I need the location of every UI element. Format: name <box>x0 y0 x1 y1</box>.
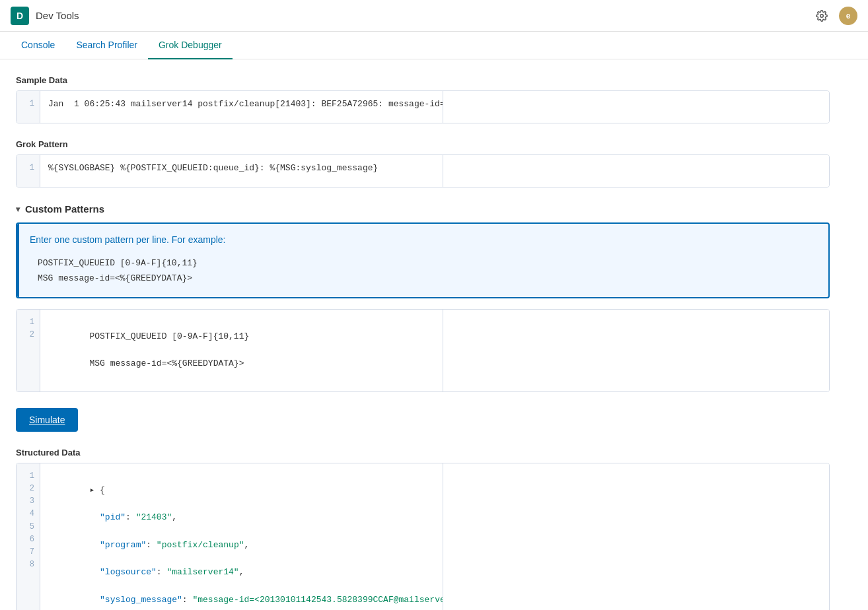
custom-patterns-header[interactable]: ▾ Custom Patterns <box>16 203 830 215</box>
grok-pattern-line-numbers: 1 <box>17 155 40 187</box>
settings-icon[interactable] <box>813 7 831 25</box>
grok-pattern-content[interactable]: %{SYSLOGBASE} %{POSTFIX_QUEUEID:queue_id… <box>40 155 443 187</box>
svg-point-0 <box>820 14 824 17</box>
custom-patterns-section: ▾ Custom Patterns Enter one custom patte… <box>16 203 830 392</box>
structured-data-content: ▸ { "pid": "21403", "program": "postfix/… <box>40 463 443 610</box>
structured-data-section: Structured Data 1 2 3 4 5 6 7 8 ▸ { "pid… <box>16 448 830 610</box>
json-program-key: "program" <box>89 540 146 550</box>
sample-data-editor[interactable]: 1 Jan 1 06:25:43 mailserver14 postfix/cl… <box>16 90 830 123</box>
sample-data-right-panel <box>443 91 830 123</box>
custom-patterns-editor[interactable]: 1 2 POSTFIX_QUEUEID [0-9A-F]{10,11} MSG … <box>16 309 830 392</box>
user-avatar[interactable]: e <box>839 7 857 25</box>
custom-patterns-example-box: Enter one custom pattern per line. For e… <box>16 222 830 298</box>
structured-data-right-panel <box>443 463 830 610</box>
json-pid-value: "21403" <box>136 512 172 522</box>
custom-patterns-line-numbers: 1 2 <box>17 310 40 391</box>
top-bar: D Dev Tools e <box>0 0 868 32</box>
structured-data-label: Structured Data <box>16 448 830 458</box>
custom-patterns-hint: Enter one custom pattern per line. For e… <box>17 224 828 250</box>
json-pid-key: "pid" <box>89 512 126 522</box>
json-syslog-value: "message-id=<20130101142543.5828399CCAF@… <box>192 595 442 605</box>
app-title: Dev Tools <box>36 10 79 21</box>
grok-pattern-section: Grok Pattern 1 %{SYSLOGBASE} %{POSTFIX_Q… <box>16 139 830 187</box>
chevron-down-icon: ▾ <box>16 205 20 214</box>
structured-data-editor: 1 2 3 4 5 6 7 8 ▸ { "pid": "21403", "pro… <box>16 463 830 610</box>
json-program-value: "postfix/cleanup" <box>157 540 244 550</box>
app-logo: D <box>11 7 29 25</box>
grok-pattern-editor[interactable]: 1 %{SYSLOGBASE} %{POSTFIX_QUEUEID:queue_… <box>16 154 830 187</box>
tab-console[interactable]: Console <box>11 32 65 59</box>
custom-patterns-content[interactable]: POSTFIX_QUEUEID [0-9A-F]{10,11} MSG mess… <box>40 310 443 391</box>
sample-data-section: Sample Data 1 Jan 1 06:25:43 mailserver1… <box>16 75 830 123</box>
top-bar-left: D Dev Tools <box>11 7 79 25</box>
grok-pattern-label: Grok Pattern <box>16 139 830 149</box>
simulate-button[interactable]: Simulate <box>16 408 78 432</box>
json-logsource-value: "mailserver14" <box>166 567 238 577</box>
json-logsource-key: "logsource" <box>89 567 156 577</box>
json-syslog-key: "syslog_message" <box>89 595 182 605</box>
tab-bar: Console Search Profiler Grok Debugger <box>0 32 868 59</box>
custom-patterns-example: POSTFIX_QUEUEID [0-9A-F]{10,11} MSG mess… <box>17 250 828 297</box>
custom-patterns-title: Custom Patterns <box>25 203 104 215</box>
tab-search-profiler[interactable]: Search Profiler <box>65 32 148 59</box>
top-bar-right: e <box>813 7 857 25</box>
tab-grok-debugger[interactable]: Grok Debugger <box>148 32 233 59</box>
grok-pattern-right-panel <box>443 155 830 187</box>
main-content: Sample Data 1 Jan 1 06:25:43 mailserver1… <box>0 59 846 610</box>
structured-data-line-numbers: 1 2 3 4 5 6 7 8 <box>17 463 40 610</box>
json-open-brace: ▸ { <box>89 485 104 495</box>
sample-data-label: Sample Data <box>16 75 830 85</box>
sample-data-content[interactable]: Jan 1 06:25:43 mailserver14 postfix/clea… <box>40 91 443 123</box>
custom-patterns-right-panel <box>443 310 830 391</box>
sample-data-line-numbers: 1 <box>17 91 40 123</box>
